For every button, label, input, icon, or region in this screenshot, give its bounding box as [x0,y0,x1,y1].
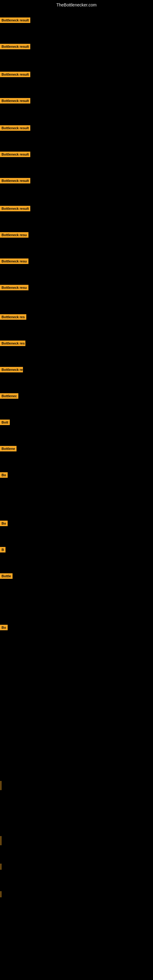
vertical-line [1,781,1,790]
bottleneck-badge: Bottleneck result [0,98,30,103]
bottleneck-badge: Bottleneck result [0,72,30,77]
bottleneck-badge: Bottlene [0,446,16,452]
bottleneck-badge: Bottleneck re [0,367,23,372]
bottleneck-badge: Bottleneck result [0,151,30,157]
bottleneck-badge: Bottle [0,573,13,579]
site-title: TheBottlenecker.com [0,0,153,10]
bottleneck-badge: Bottleneck result [0,206,30,211]
vertical-line [1,836,1,845]
bottleneck-badge: Bo [0,472,8,478]
vertical-line [1,891,1,897]
bottleneck-badge: Bottleneck result [0,44,30,49]
bottleneck-badge: Bottleneck resu [0,258,29,264]
bottleneck-badge: Bottlenec [0,393,18,399]
bottleneck-badge: Bottleneck result [0,18,30,23]
bottleneck-badge: B [0,547,5,552]
bottleneck-badge: Bo [0,625,8,630]
vertical-line [1,864,1,870]
bottleneck-badge: Bottleneck resu [0,285,29,290]
bottleneck-badge: Bo [0,520,8,526]
bottleneck-badge: Bott [0,420,10,425]
bottleneck-badge: Bottleneck resu [0,232,29,238]
bottleneck-badge: Bottleneck result [0,178,30,183]
bottleneck-badge: Bottleneck result [0,125,30,131]
bottleneck-badge: Bottleneck res [0,314,26,320]
bottleneck-badge: Bottleneck res [0,340,26,346]
